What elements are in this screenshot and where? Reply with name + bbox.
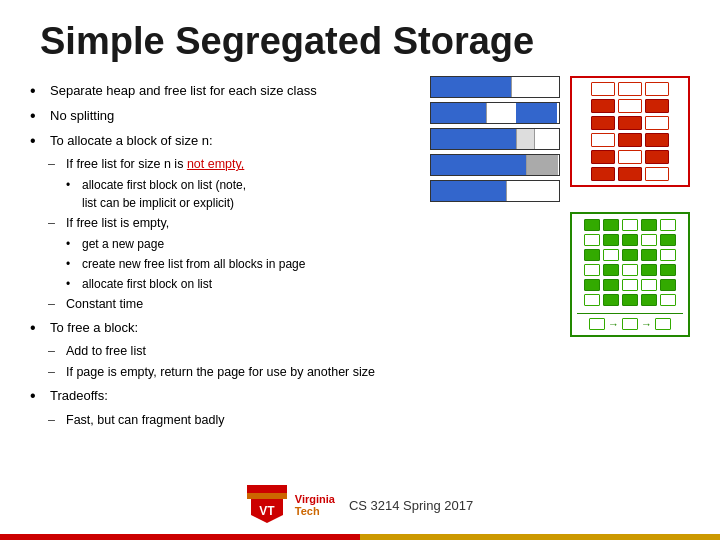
bullet-alloc-first-block: • allocate first block on list xyxy=(66,275,420,293)
svg-rect-1 xyxy=(247,485,287,493)
footer: VT Virginia Tech CS 3214 Spring 2017 xyxy=(0,485,720,525)
content-area: • Separate heap and free list for each s… xyxy=(30,81,690,431)
block-blue-3 xyxy=(431,129,516,149)
dash-4: – xyxy=(48,342,62,361)
block-white-3 xyxy=(516,129,534,149)
bullet-not-empty: – If free list for size n is not empty, xyxy=(48,155,420,174)
red-cell-7 xyxy=(591,150,615,164)
red-cell-w-7 xyxy=(618,150,642,164)
slide-title: Simple Segregated Storage xyxy=(40,20,690,63)
g-cell-3 xyxy=(641,219,657,231)
bullet-separate-heap: • Separate heap and free list for each s… xyxy=(30,81,420,102)
red-grid-row-6 xyxy=(576,167,684,181)
slide: Simple Segregated Storage • Separate hea… xyxy=(0,0,720,540)
bullet-alloc-first-text: allocate first block on list (note,list … xyxy=(82,176,246,212)
g-cell-w-3 xyxy=(584,234,600,246)
g-cell-w-12 xyxy=(660,294,676,306)
text-column: • Separate heap and free list for each s… xyxy=(30,81,420,431)
green-arrow-1: → xyxy=(608,318,619,330)
red-cell-5 xyxy=(618,133,642,147)
green-arrow-2: → xyxy=(641,318,652,330)
g-cell-5 xyxy=(622,234,638,246)
green-grid-row-6 xyxy=(577,294,683,306)
red-grid-diagram xyxy=(570,76,690,187)
red-cell-3 xyxy=(591,116,615,130)
virginia-text: Virginia xyxy=(295,493,335,505)
block-row-5 xyxy=(430,180,560,202)
block-white-2 xyxy=(486,103,516,123)
g-linked-3 xyxy=(655,318,671,330)
bullet-tradeoffs: • Tradeoffs: xyxy=(30,386,420,407)
dot2-2: • xyxy=(66,235,78,253)
g-cell-w-4 xyxy=(641,234,657,246)
g-cell-w-5 xyxy=(603,249,619,261)
dot2-1: • xyxy=(66,176,78,194)
bullet-no-splitting: • No splitting xyxy=(30,106,420,127)
g-cell-w-9 xyxy=(622,279,638,291)
dot2-3: • xyxy=(66,255,78,273)
g-cell-10 xyxy=(603,264,619,276)
g-cell-18 xyxy=(641,294,657,306)
red-cell-w-8 xyxy=(645,167,669,181)
red-grid-row-5 xyxy=(576,150,684,164)
block-row-2 xyxy=(430,102,560,124)
block-blue-2b xyxy=(516,103,557,123)
bullet-fast-fragment: – Fast, but can fragment badly xyxy=(48,411,420,430)
block-blue-5 xyxy=(431,181,506,201)
bullet-alloc-first: • allocate first block on list (note,lis… xyxy=(66,176,420,212)
svg-text:VT: VT xyxy=(259,504,275,518)
g-cell-17 xyxy=(622,294,638,306)
dash-6: – xyxy=(48,411,62,430)
block-blue-4 xyxy=(431,155,526,175)
red-cell-w-6 xyxy=(591,133,615,147)
diagrams-column: → → xyxy=(430,76,690,431)
block-diagrams xyxy=(430,76,560,202)
bullet-dot-1: • xyxy=(30,81,44,102)
g-cell-2 xyxy=(603,219,619,231)
bullet-constant-time-text: Constant time xyxy=(66,295,143,314)
red-cell-10 xyxy=(618,167,642,181)
dash-3: – xyxy=(48,295,62,314)
g-cell-8 xyxy=(622,249,638,261)
red-grid-row-3 xyxy=(576,116,684,130)
g-cell-4 xyxy=(603,234,619,246)
g-cell-w-10 xyxy=(641,279,657,291)
g-cell-6 xyxy=(660,234,676,246)
bullet-dot-3: • xyxy=(30,131,44,152)
bullet-empty-text: If free list is empty, xyxy=(66,214,169,233)
block-white-1 xyxy=(511,77,557,97)
g-cell-w-11 xyxy=(584,294,600,306)
red-cell-4 xyxy=(618,116,642,130)
red-grid-row-1 xyxy=(576,82,684,96)
block-row-4 xyxy=(430,154,560,176)
green-grid-row-5 xyxy=(577,279,683,291)
g-cell-w-8 xyxy=(622,264,638,276)
g-cell-w-6 xyxy=(660,249,676,261)
green-grid-row-4 xyxy=(577,264,683,276)
bullet-if-page-empty-text: If page is empty, return the page for us… xyxy=(66,363,375,382)
vt-text: Virginia Tech xyxy=(295,493,335,517)
bullet-free-block-text: To free a block: xyxy=(50,318,138,338)
block-row-1 xyxy=(430,76,560,98)
g-cell-14 xyxy=(603,279,619,291)
green-grid-row-2 xyxy=(577,234,683,246)
g-cell-9 xyxy=(641,249,657,261)
footer-course: CS 3214 Spring 2017 xyxy=(349,498,473,513)
block-white-3b xyxy=(534,129,558,149)
bullet-empty: – If free list is empty, xyxy=(48,214,420,233)
bullet-get-new-page: • get a new page xyxy=(66,235,420,253)
red-cell-w-1 xyxy=(591,82,615,96)
red-grid-row-2 xyxy=(576,99,684,113)
red-cell-2 xyxy=(645,99,669,113)
block-row-3 xyxy=(430,128,560,150)
green-grid-diagram: → → xyxy=(570,212,690,337)
g-cell-15 xyxy=(660,279,676,291)
bullet-allocate-text: To allocate a block of size n: xyxy=(50,131,213,151)
green-grid-row-3 xyxy=(577,249,683,261)
bullet-dot-5: • xyxy=(30,386,44,407)
bullet-dot-4: • xyxy=(30,318,44,339)
block-blue-2a xyxy=(431,103,486,123)
red-grid-row-4 xyxy=(576,133,684,147)
red-cell-w-4 xyxy=(618,99,642,113)
green-grid-row-7: → → xyxy=(577,313,683,330)
